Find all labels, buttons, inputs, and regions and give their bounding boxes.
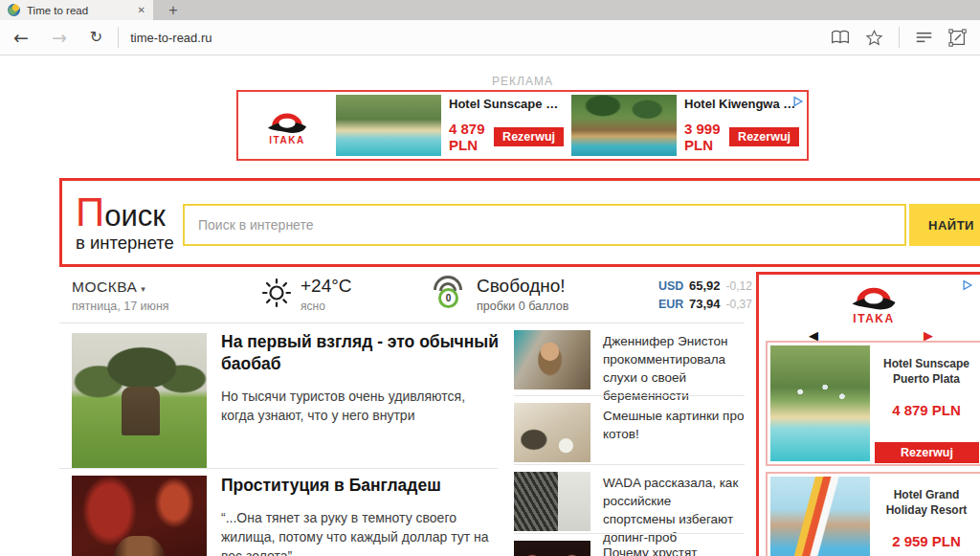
chevron-down-icon: ▾ [141,284,145,294]
sidebar-ad-body: Hotel Sunscape Puerto Plata 4 879 PLN Re… [873,343,980,464]
hotel-price: 4 879 PLN [449,121,494,153]
hub-icon[interactable] [915,30,933,45]
article-title[interactable]: Проституция в Бангладеш [221,475,501,497]
itaka-brand-text: ITAKA [269,135,304,145]
hotel-title[interactable]: Hotel Sunscape Puert... [449,97,564,111]
address-bar[interactable]: time-to-read.ru [130,31,212,45]
navigation-bar: ← → ↻ time-to-read.ru [0,20,980,56]
sidebar-ad-card[interactable]: Hotel Sunscape Puerto Plata 4 879 PLN Re… [766,341,980,466]
currency-code: USD [658,279,687,293]
search-logo-initial: П [76,192,104,233]
article-summary: “...Она тянет за руку в темноту своего ж… [221,508,501,556]
currency-change: -0,37 [726,298,752,311]
hotel-title[interactable]: Hotel Grand Holiday Resort [873,487,980,518]
top-ad-item[interactable]: Hotel Kiwengwa Beac... 3 999 PLN Rezerwu… [571,92,807,159]
currency-row-eur: EUR 73,94 -0,37 ↓ [658,297,763,311]
search-button[interactable]: НАЙТИ [909,204,980,246]
currency-widget: USD 65,92 -0,12 ↓ EUR 73,94 -0,37 ↓ [658,278,763,315]
tab-close-icon[interactable]: ✕ [138,5,145,15]
article-image-bangladesh[interactable] [72,476,207,556]
traffic-widget[interactable]: 0 Свободно! пробки 0 баллов [431,276,568,313]
currency-change: -0,12 [726,279,752,293]
web-note-icon[interactable] [948,29,967,47]
adchoices-icon[interactable] [962,278,973,295]
itaka-cap-icon [849,278,899,314]
hotel-price: 4 879 PLN [873,402,980,418]
traffic-status: Свободно! [477,276,568,297]
side-news-image[interactable] [514,472,590,531]
side-divider [514,395,745,396]
tab-bar: Time to read ✕ + [0,0,980,20]
hotel-photo[interactable] [770,477,870,556]
currency-row-usd: USD 65,92 -0,12 ↓ [658,278,763,293]
top-ad-item[interactable]: Hotel Sunscape Puert... 4 879 PLN Rezerw… [336,92,571,159]
toolbar-divider [899,27,900,48]
adchoices-icon[interactable] [792,94,804,111]
weather-condition: ясно [301,300,352,313]
hotel-title[interactable]: Hotel Kiwengwa Beac... [684,97,799,111]
search-logo-subtitle: в интернете [76,233,174,254]
article-summary: Но тысячи туристов очень удивляются, ког… [221,387,501,426]
hotel-price: 2 959 PLN [873,533,980,549]
search-input[interactable] [183,204,906,246]
sidebar-ad-body: Hotel Grand Holiday Resort 2 959 PLN Rez… [873,474,980,556]
hotel-photo[interactable] [571,95,677,156]
side-news-image[interactable] [514,541,590,556]
itaka-cap-icon [265,105,309,137]
city-selector[interactable]: МОСКВА▾ пятница, 17 июня [72,278,169,313]
browser-tab[interactable]: Time to read ✕ [0,0,153,20]
tab-title: Time to read [27,5,132,16]
hotel-photo[interactable] [770,345,870,461]
current-date: пятница, 17 июня [72,300,169,313]
itaka-brand-text: ITAKA [853,312,894,325]
sidebar-ad-card[interactable]: Hotel Grand Holiday Resort 2 959 PLN Rez… [766,472,980,556]
side-divider [514,464,745,465]
side-news-title[interactable]: Почему хрустят суставы [603,544,746,556]
back-icon[interactable]: ← [13,29,29,47]
article-main: Проституция в Бангладеш “...Она тянет за… [221,475,501,556]
sun-icon [260,276,293,308]
city-name: МОСКВА [72,278,137,295]
reserve-button[interactable]: Rezerwuj [875,442,979,463]
currency-rate: 73,94 [689,297,721,311]
search-logo: Поиск в интернете [76,192,174,254]
article-title[interactable]: На первый взгляд - это обычный баобаб [221,331,501,375]
search-section: Поиск в интернете НАЙТИ [59,178,980,267]
hotel-photo[interactable] [336,95,441,156]
hotel-price: 3 999 PLN [684,121,729,153]
sidebar-ad[interactable]: ITAKA ◀ ▶ Hotel Sunscape Puerto Plata 4 … [756,272,980,556]
temperature: +24°C [301,276,352,297]
side-news-image[interactable] [514,403,590,462]
traffic-detail: пробки 0 баллов [477,300,568,313]
browser-window: Time to read ✕ + ← → ↻ time-to-read.ru Р… [0,0,980,556]
side-divider [514,533,745,534]
top-ad-body: Hotel Sunscape Puert... 4 879 PLN Rezerw… [441,92,571,159]
itaka-logo: ITAKA [759,278,980,325]
search-logo-rest: оиск [104,201,166,231]
ad-label: РЕКЛАМА [236,75,809,88]
side-news-image[interactable] [514,330,590,389]
side-news-title[interactable]: Смешные картинки про котов! [603,407,746,443]
refresh-icon[interactable]: ↻ [90,30,102,45]
section-divider [59,322,745,323]
article-divider [59,468,498,469]
reserve-button[interactable]: Rezerwuj [494,127,564,146]
address-divider [118,27,119,48]
itaka-logo: ITAKA [238,92,336,159]
favorites-star-icon[interactable] [865,29,883,47]
site-favicon-icon [8,4,20,16]
currency-rate: 65,92 [689,278,721,293]
top-ad-body: Hotel Kiwengwa Beac... 3 999 PLN Rezerwu… [677,92,807,159]
reserve-button[interactable]: Rezerwuj [729,127,799,146]
hotel-title[interactable]: Hotel Sunscape Puerto Plata [873,356,980,387]
article-main: На первый взгляд - это обычный баобаб Но… [221,331,501,425]
currency-code: EUR [658,298,687,311]
traffic-icon: 0 [431,276,467,310]
article-image-baobab[interactable] [72,333,207,468]
reading-view-icon[interactable] [831,30,850,46]
weather-widget[interactable]: +24°C ясно [260,276,352,313]
side-news-title[interactable]: WADA рассказала, как российские спортсме… [603,474,746,547]
new-tab-button[interactable]: + [156,0,190,20]
top-ad-banner[interactable]: ITAKA Hotel Sunscape Puert... 4 879 PLN … [236,90,809,161]
forward-icon: → [52,29,67,47]
